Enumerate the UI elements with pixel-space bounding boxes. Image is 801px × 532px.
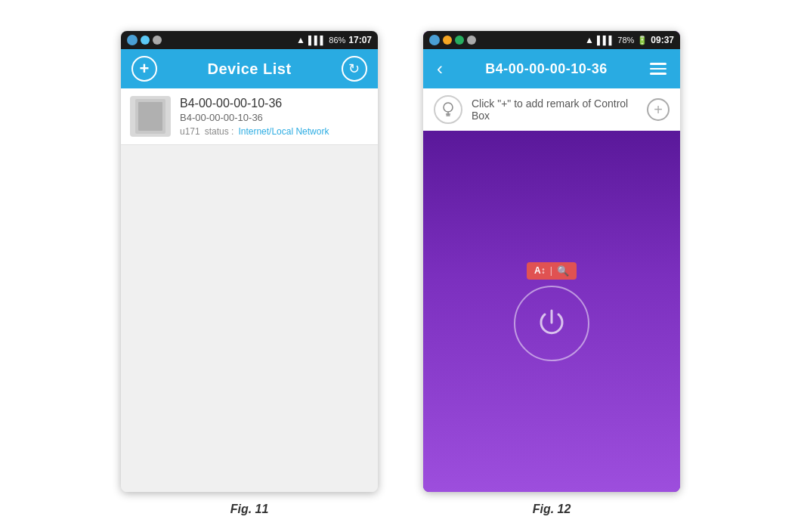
remark-bar: Click "+" to add remark of Control Box + [423, 88, 680, 131]
power-button-container: A↕ | 🔍 [514, 262, 589, 361]
signal-icon-11: ▌▌▌ [308, 36, 326, 45]
app-header-12: ‹ B4-00-00-00-10-36 [423, 49, 680, 88]
menu-line-1 [650, 63, 666, 65]
phone-frame-12: ▲ ▌▌▌ 78% 🔋 09:37 ‹ B4-00-00-00-10-36 [423, 31, 680, 492]
status-icon-1 [127, 35, 138, 45]
back-button-12[interactable]: ‹ [434, 55, 446, 82]
status-icon-12-4 [467, 36, 476, 45]
menu-line-2 [650, 68, 666, 70]
tooltip-search-icon[interactable]: 🔍 [557, 265, 569, 277]
fig12-caption: Fig. 12 [533, 503, 571, 516]
svg-point-0 [444, 103, 453, 112]
device-status-row: u171 status : Internet/Local Network [180, 126, 369, 137]
device-image-inner [135, 99, 165, 134]
status-icon-2 [141, 36, 150, 45]
tooltip-icon-1: A↕ [534, 265, 546, 276]
tooltip-bar: A↕ | 🔍 [527, 262, 577, 280]
status-icon-3 [153, 36, 162, 45]
power-button[interactable] [514, 286, 589, 361]
app-header-11: + Device List ↻ [121, 49, 378, 88]
status-icons-left-12 [429, 35, 476, 45]
fig11-caption: Fig. 11 [230, 503, 269, 516]
refresh-button-11[interactable]: ↻ [342, 56, 367, 82]
header-title-11: Device List [207, 60, 291, 78]
menu-button-12[interactable] [647, 60, 670, 78]
add-button-11[interactable]: + [131, 56, 157, 82]
figure-11: ▲ ▌▌▌ 86% 17:07 + Device List ↻ [121, 31, 378, 516]
add-remark-button[interactable]: + [647, 98, 670, 121]
time-12: 09:37 [651, 35, 674, 45]
device-info: B4-00-00-00-10-36 B4-00-00-00-10-36 u171… [180, 97, 369, 137]
device-status-value: Internet/Local Network [238, 126, 329, 137]
device-name-main: B4-00-00-00-10-36 [180, 97, 369, 110]
bulb-icon-circle [434, 95, 462, 124]
power-icon-svg [533, 305, 571, 342]
menu-line-3 [650, 73, 666, 75]
tooltip-divider: | [550, 265, 552, 276]
remark-text: Click "+" to add remark of Control Box [472, 97, 638, 122]
device-control-area: A↕ | 🔍 [423, 131, 680, 492]
status-bar-11: ▲ ▌▌▌ 86% 17:07 [121, 31, 378, 49]
device-list-content: B4-00-00-00-10-36 B4-00-00-00-10-36 u171… [121, 88, 378, 492]
battery-icon-12: 🔋 [637, 36, 648, 45]
status-icon-12-2 [443, 36, 452, 45]
device-user: u171 [180, 126, 200, 137]
time-11: 17:07 [348, 35, 372, 45]
status-icon-12-1 [429, 35, 440, 45]
status-icons-right-12: ▲ ▌▌▌ 78% 🔋 09:37 [585, 35, 674, 45]
status-icon-12-3 [455, 36, 464, 45]
battery-12: 78% [617, 36, 634, 45]
device-list-item[interactable]: B4-00-00-00-10-36 B4-00-00-00-10-36 u171… [121, 88, 378, 145]
status-icons-right-11: ▲ ▌▌▌ 86% 17:07 [296, 35, 372, 45]
status-icons-left-11 [127, 35, 162, 45]
phone-frame-11: ▲ ▌▌▌ 86% 17:07 + Device List ↻ [121, 31, 378, 492]
wifi-icon-11: ▲ [296, 35, 305, 45]
signal-icon-12: ▌▌▌ [597, 36, 614, 45]
wifi-icon-12: ▲ [585, 35, 594, 45]
figure-12: ▲ ▌▌▌ 78% 🔋 09:37 ‹ B4-00-00-00-10-36 [423, 31, 680, 516]
device-status-label: status : [205, 126, 234, 137]
device-name-sub: B4-00-00-00-10-36 [180, 112, 369, 123]
header-title-12: B4-00-00-00-10-36 [485, 61, 608, 77]
battery-11: 86% [329, 36, 345, 45]
device-image [130, 96, 171, 137]
status-bar-12: ▲ ▌▌▌ 78% 🔋 09:37 [423, 31, 680, 49]
bulb-icon [441, 101, 456, 118]
